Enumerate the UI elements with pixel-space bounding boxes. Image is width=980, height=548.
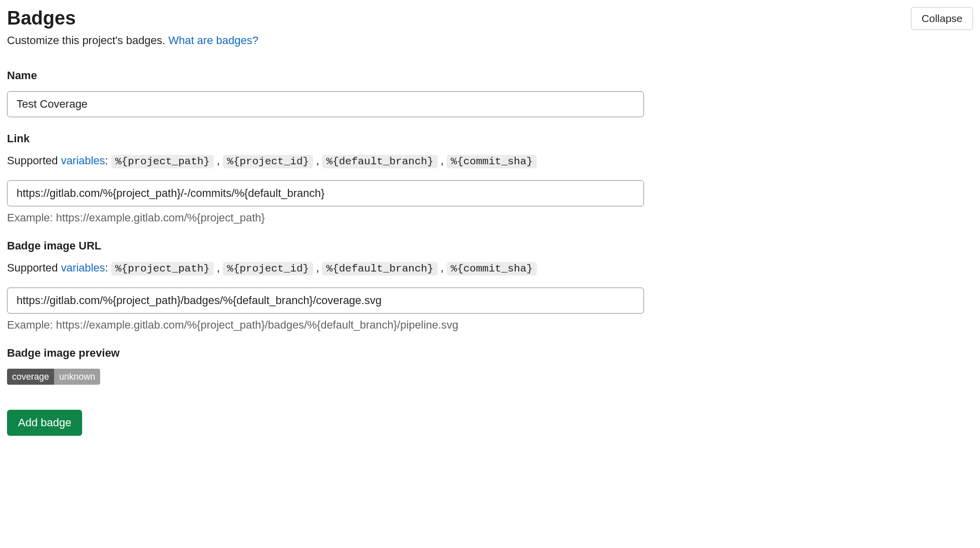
supported-prefix: Supported xyxy=(7,261,61,274)
link-label: Link xyxy=(7,132,644,145)
variable-chip: %{project_id} xyxy=(223,262,313,276)
variables-link[interactable]: variables xyxy=(61,154,105,167)
variable-chip: %{default_branch} xyxy=(322,262,437,276)
subtitle-text: Customize this project's badges. xyxy=(7,34,168,47)
variable-chip: %{default_branch} xyxy=(322,155,437,168)
preview-label: Badge image preview xyxy=(7,347,644,360)
preview-field-group: Badge image preview coverage unknown xyxy=(7,347,644,385)
link-input[interactable] xyxy=(7,180,644,206)
link-field-group: Link Supported variables: %{project_path… xyxy=(7,132,644,224)
name-label: Name xyxy=(7,69,644,82)
section-subtitle: Customize this project's badges. What ar… xyxy=(7,34,973,47)
chip-separator: , xyxy=(438,261,447,274)
name-input[interactable] xyxy=(7,91,644,117)
image-url-field-group: Badge image URL Supported variables: %{p… xyxy=(7,239,644,332)
image-url-label: Badge image URL xyxy=(7,239,644,252)
image-url-input[interactable] xyxy=(7,288,644,314)
what-are-badges-link[interactable]: What are badges? xyxy=(168,34,258,47)
supported-prefix: Supported xyxy=(7,154,61,167)
image-url-supported-variables: Supported variables: %{project_path} , %… xyxy=(7,261,644,276)
variable-chip: %{project_id} xyxy=(223,155,313,168)
chip-separator: , xyxy=(438,154,447,167)
badge-preview-right: unknown xyxy=(54,369,100,385)
section-header: Badges Collapse xyxy=(7,7,973,30)
link-example: Example: https://example.gitlab.com/%{pr… xyxy=(7,211,644,224)
collapse-button[interactable]: Collapse xyxy=(911,7,973,30)
image-url-example: Example: https://example.gitlab.com/%{pr… xyxy=(7,319,644,332)
chip-separator: , xyxy=(214,261,223,274)
variable-chip: %{project_path} xyxy=(111,262,214,276)
supported-colon: : xyxy=(105,261,111,274)
variables-link[interactable]: variables xyxy=(61,261,105,274)
variable-chip: %{commit_sha} xyxy=(447,262,537,276)
supported-colon: : xyxy=(105,154,111,167)
page-title: Badges xyxy=(7,7,76,30)
link-supported-variables: Supported variables: %{project_path} , %… xyxy=(7,154,644,168)
badge-form: Name Link Supported variables: %{project… xyxy=(7,69,644,436)
name-field-group: Name xyxy=(7,69,644,117)
variable-chip: %{commit_sha} xyxy=(447,155,537,168)
badge-preview-left: coverage xyxy=(7,369,54,385)
chip-separator: , xyxy=(214,154,223,167)
variable-chip: %{project_path} xyxy=(111,155,214,168)
chip-separator: , xyxy=(313,154,322,167)
add-badge-button[interactable]: Add badge xyxy=(7,410,82,436)
badge-preview-image: coverage unknown xyxy=(7,369,100,385)
chip-separator: , xyxy=(313,261,322,274)
